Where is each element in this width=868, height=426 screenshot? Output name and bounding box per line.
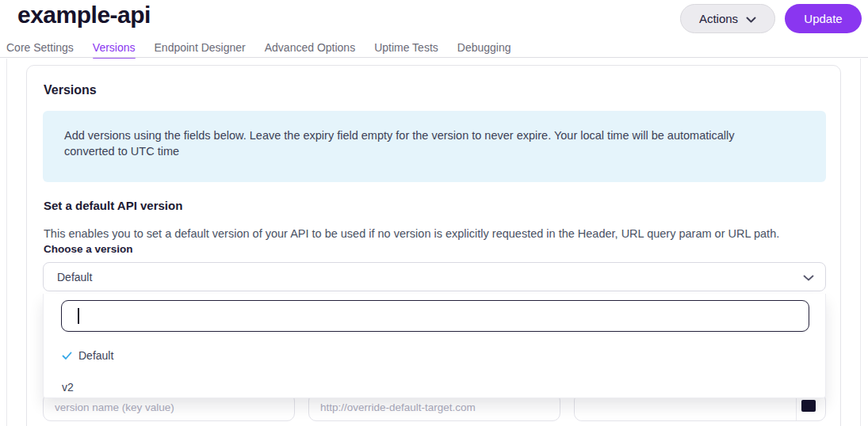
info-banner: Add versions using the fields below. Lea… xyxy=(43,111,826,182)
option-default[interactable]: Default xyxy=(44,340,827,371)
option-default-label: Default xyxy=(78,349,113,362)
actions-button-label: Actions xyxy=(699,12,738,25)
tab-versions[interactable]: Versions xyxy=(93,40,136,57)
version-select-dropdown: Default v2 xyxy=(43,294,826,398)
versions-card: Versions Add versions using the fields b… xyxy=(26,65,841,426)
default-version-description: This enables you to set a default versio… xyxy=(44,227,779,240)
default-version-heading: Set a default API version xyxy=(44,199,182,212)
tab-endpoint-designer[interactable]: Endpoint Designer xyxy=(155,40,246,57)
version-search-input[interactable] xyxy=(61,300,809,332)
scrollbar-track-edge xyxy=(860,59,861,426)
check-icon xyxy=(62,352,75,360)
left-divider xyxy=(6,59,7,426)
page-title: example-api xyxy=(17,2,151,29)
option-v2[interactable]: v2 xyxy=(44,371,827,403)
choose-version-label: Choose a version xyxy=(44,243,133,255)
version-select-value: Default xyxy=(57,271,803,283)
update-button[interactable]: Update xyxy=(785,4,862,33)
versions-heading: Versions xyxy=(44,83,97,97)
tab-debugging[interactable]: Debugging xyxy=(457,40,511,57)
content-area: Versions Add versions using the fields b… xyxy=(0,59,868,426)
option-v2-label: v2 xyxy=(62,381,74,394)
tab-advanced-options[interactable]: Advanced Options xyxy=(265,40,355,57)
tab-bar: Core Settings Versions Endpoint Designer… xyxy=(0,40,868,58)
chevron-down-icon xyxy=(746,12,756,25)
chevron-down-icon xyxy=(803,270,814,284)
update-button-label: Update xyxy=(804,12,842,25)
tab-uptime-tests[interactable]: Uptime Tests xyxy=(374,40,438,57)
info-banner-text: Add versions using the fields below. Lea… xyxy=(64,127,762,159)
tab-core-settings[interactable]: Core Settings xyxy=(6,40,74,57)
version-select[interactable]: Default xyxy=(43,262,826,291)
actions-button[interactable]: Actions xyxy=(680,4,775,33)
header: example-api Actions Update xyxy=(0,0,868,40)
